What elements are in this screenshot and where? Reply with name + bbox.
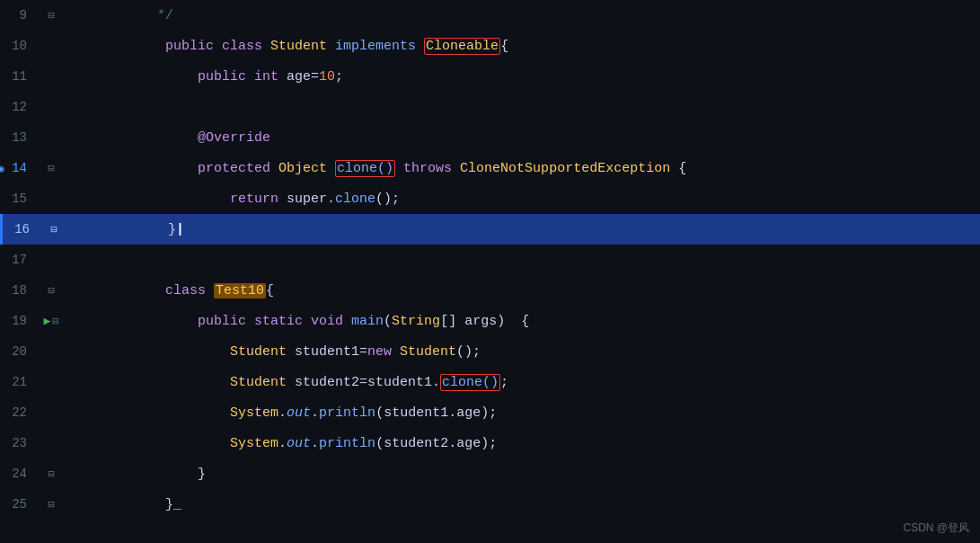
code-line-16: 16 ⊟ }| bbox=[0, 214, 980, 245]
line-number-23: 23 bbox=[0, 436, 38, 450]
cloneable-highlight: Cloneable bbox=[424, 38, 500, 55]
line-number-17: 17 bbox=[0, 253, 38, 267]
gutter-19: ▶ ⊟ bbox=[38, 314, 65, 328]
gutter-14: ⊟ bbox=[38, 162, 65, 175]
line-number-24: 24 bbox=[0, 467, 38, 481]
line-number-21: 21 bbox=[0, 375, 38, 389]
line-number-10: 10 bbox=[0, 39, 38, 53]
fold-icon-25[interactable]: ⊟ bbox=[48, 498, 54, 512]
clone-call-highlight: clone() bbox=[440, 374, 500, 391]
code-line-25: 25 ⊟ }_ bbox=[0, 489, 980, 520]
line-number-9: 9 bbox=[0, 8, 38, 22]
fold-icon-16[interactable]: ⊟ bbox=[50, 223, 57, 236]
line-number-11: 11 bbox=[0, 69, 38, 84]
fold-icon-9[interactable]: ⊟ bbox=[48, 9, 54, 22]
line-number-19: 19 bbox=[0, 314, 38, 328]
gutter-18: ⊟ bbox=[38, 284, 65, 298]
line-content-25: }_ bbox=[65, 482, 971, 528]
test10-highlight: Test10 bbox=[214, 283, 266, 298]
watermark: CSDN @登风 bbox=[903, 521, 969, 536]
code-line-11: 11 public int age=10; bbox=[0, 61, 980, 92]
code-container: 9 ⊟ */ 10 public class Student implement… bbox=[0, 0, 980, 543]
line-number-18: 18 bbox=[0, 283, 38, 298]
line-number-16: 16 bbox=[3, 222, 40, 236]
gutter-25: ⊟ bbox=[38, 498, 65, 512]
line-number-14: ◉14 bbox=[0, 161, 38, 175]
gutter-24: ⊟ bbox=[38, 467, 65, 481]
line-number-20: 20 bbox=[0, 344, 38, 359]
line-number-15: 15 bbox=[0, 191, 38, 206]
gutter-16: ⊟ bbox=[40, 223, 67, 236]
line-number-22: 22 bbox=[0, 405, 38, 420]
line-number-25: 25 bbox=[0, 497, 38, 512]
clone-method-highlight: clone() bbox=[335, 160, 395, 177]
gutter-9: ⊟ bbox=[38, 9, 65, 22]
line-number-12: 12 bbox=[0, 100, 38, 114]
token-comment-9: */ bbox=[133, 8, 173, 23]
code-editor: 9 ⊟ */ 10 public class Student implement… bbox=[0, 0, 980, 543]
fold-icon-18[interactable]: ⊟ bbox=[48, 284, 54, 298]
line-number-13: 13 bbox=[0, 130, 38, 145]
fold-icon-14[interactable]: ⊟ bbox=[48, 162, 54, 175]
fold-icon-19[interactable]: ⊟ bbox=[52, 315, 58, 328]
fold-icon-24[interactable]: ⊟ bbox=[48, 467, 54, 481]
run-icon-19[interactable]: ▶ bbox=[43, 314, 50, 328]
